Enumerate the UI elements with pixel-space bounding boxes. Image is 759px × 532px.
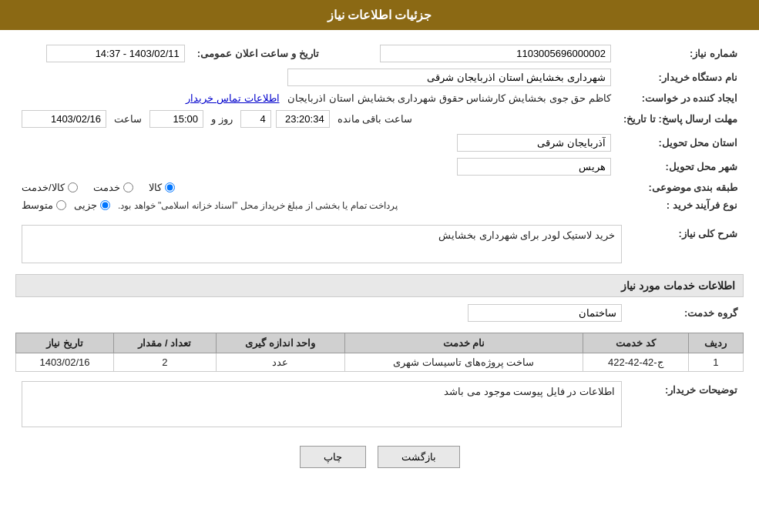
days-unit: روز و — [211, 113, 233, 125]
purchase-radio-partial[interactable] — [100, 200, 110, 210]
creator-label: ایجاد کننده در خواست: — [617, 89, 744, 107]
response-deadline-label: مهلت ارسال پاسخ: تا تاریخ: — [617, 107, 744, 131]
general-desc-label: شرح کلی نیاز: — [628, 222, 744, 266]
creator-value: کاظم حق جوی بخشایش کارشناس حقوق شهرداری … — [287, 92, 611, 104]
col-unit: واحد اندازه گیری — [216, 333, 344, 353]
time-label: ساعت — [114, 113, 142, 125]
cell-service-name: ساخت پروژه‌های تاسیسات شهری — [344, 353, 583, 372]
response-days-input — [240, 110, 271, 128]
category-radio-group: کالا/خدمت خدمت کالا — [22, 182, 611, 193]
col-row-num: ردیف — [688, 333, 743, 353]
remaining-label: ساعت باقی مانده — [338, 113, 412, 125]
response-time-input — [149, 110, 203, 128]
services-table-body: 1 ج-42-42-422 ساخت پروژه‌های تاسیسات شهر… — [16, 353, 744, 372]
service-group-table: گروه خدمت: — [15, 301, 744, 325]
page-wrapper: جزئیات اطلاعات نیاز شماره نیاز: تاریخ و … — [0, 0, 759, 532]
col-service-name: نام خدمت — [344, 333, 583, 353]
info-table: شماره نیاز: تاریخ و ساعت اعلان عمومی: نا… — [15, 42, 744, 214]
page-title: جزئیات اطلاعات نیاز — [327, 8, 432, 22]
general-desc-box: خرید لاستیک لودر برای شهرداری بخشایش — [22, 225, 622, 263]
cell-service-code: ج-42-42-422 — [583, 353, 688, 372]
col-date: تاریخ نیاز — [16, 333, 114, 353]
general-desc-container: خرید لاستیک لودر برای شهرداری بخشایش — [22, 225, 622, 263]
row-response-deadline: مهلت ارسال پاسخ: تا تاریخ: ساعت روز و سا… — [15, 107, 744, 131]
table-row: 1 ج-42-42-422 ساخت پروژه‌های تاسیسات شهر… — [16, 353, 744, 372]
row-purchase-type: نوع فرآیند خرید : متوسط جزیی پرداخت تمام… — [15, 196, 744, 214]
purchase-radio-medium[interactable] — [56, 200, 66, 210]
page-header: جزئیات اطلاعات نیاز — [0, 0, 759, 30]
services-header-row: ردیف کد خدمت نام خدمت واحد اندازه گیری ت… — [16, 333, 744, 353]
main-content: شماره نیاز: تاریخ و ساعت اعلان عمومی: نا… — [0, 30, 759, 495]
buyer-notes-value: اطلاعات در فایل پیوست موجود می باشد — [444, 386, 615, 397]
row-buyer-org: نام دستگاه خریدار: — [15, 65, 744, 89]
row-category: طبقه بندی موضوعی: کالا/خدمت خدمت — [15, 179, 744, 196]
category-radio-goods[interactable] — [165, 182, 175, 192]
city-input — [457, 158, 611, 176]
services-section-title: اطلاعات خدمات مورد نیاز — [621, 279, 735, 292]
col-quantity: تعداد / مقدار — [113, 333, 216, 353]
buyer-notes-box: اطلاعات در فایل پیوست موجود می باشد — [22, 381, 622, 427]
purchase-option-partial[interactable]: جزیی — [74, 199, 110, 211]
category-radio-service[interactable] — [123, 182, 133, 192]
general-desc-value: خرید لاستیک لودر برای شهرداری بخشایش — [438, 229, 615, 241]
purchase-option-medium[interactable]: متوسط — [22, 199, 66, 211]
cell-date: 1403/02/16 — [16, 353, 114, 372]
back-button[interactable]: بازگشت — [378, 446, 460, 468]
category-label: طبقه بندی موضوعی: — [617, 179, 744, 196]
row-province: استان محل تحویل: — [15, 131, 744, 155]
cell-quantity: 2 — [113, 353, 216, 372]
row-general-desc: شرح کلی نیاز: خرید لاستیک لودر برای شهرد… — [15, 222, 744, 266]
buyer-notes-label: توضیحات خریدار: — [628, 378, 744, 430]
province-label: استان محل تحویل: — [617, 131, 744, 155]
purchase-label-medium: متوسط — [22, 199, 53, 211]
row-service-group: گروه خدمت: — [15, 301, 744, 325]
buyer-org-label: نام دستگاه خریدار: — [617, 65, 744, 89]
footer-buttons: بازگشت چاپ — [15, 446, 744, 468]
category-option-goods[interactable]: کالا — [149, 182, 175, 193]
category-label-service: خدمت — [93, 182, 120, 193]
print-button[interactable]: چاپ — [300, 446, 366, 468]
category-label-service-goods: کالا/خدمت — [22, 182, 65, 193]
announce-datetime-label: تاریخ و ساعت اعلان عمومی: — [191, 42, 334, 65]
services-section-header: اطلاعات خدمات مورد نیاز — [15, 274, 744, 297]
purchase-type-label: نوع فرآیند خرید : — [617, 196, 744, 214]
services-table-header: ردیف کد خدمت نام خدمت واحد اندازه گیری ت… — [16, 333, 744, 353]
category-label-goods: کالا — [149, 182, 162, 193]
row-creator: ایجاد کننده در خواست: کاظم حق جوی بخشایش… — [15, 89, 744, 107]
need-number-label: شماره نیاز: — [617, 42, 744, 65]
category-option-service[interactable]: خدمت — [93, 182, 133, 193]
service-group-label: گروه خدمت: — [628, 301, 744, 325]
cell-row-num: 1 — [688, 353, 743, 372]
buyer-org-input — [287, 69, 611, 86]
buyer-notes-section: توضیحات خریدار: اطلاعات در فایل پیوست مو… — [15, 378, 744, 430]
need-number-input — [380, 45, 611, 62]
announce-datetime-input — [46, 45, 185, 62]
services-table: ردیف کد خدمت نام خدمت واحد اندازه گیری ت… — [15, 333, 744, 372]
row-city: شهر محل تحویل: — [15, 155, 744, 179]
service-group-input — [468, 304, 622, 322]
category-radio-service-goods[interactable] — [68, 182, 78, 192]
purchase-note: پرداخت تمام یا بخشی از مبلغ خریداز محل "… — [118, 200, 398, 211]
row-buyer-notes: توضیحات خریدار: اطلاعات در فایل پیوست مو… — [15, 378, 744, 430]
purchase-label-partial: جزیی — [74, 199, 97, 211]
creator-contact-link[interactable]: اطلاعات تماس خریدار — [186, 92, 279, 104]
response-date-input — [22, 110, 106, 128]
cell-unit: عدد — [216, 353, 344, 372]
category-option-service-goods[interactable]: کالا/خدمت — [22, 182, 78, 193]
row-need-number: شماره نیاز: تاریخ و ساعت اعلان عمومی: — [15, 42, 744, 65]
col-service-code: کد خدمت — [583, 333, 688, 353]
countdown-input — [276, 110, 330, 128]
province-input — [457, 134, 611, 152]
city-label: شهر محل تحویل: — [617, 155, 744, 179]
general-desc-section: شرح کلی نیاز: خرید لاستیک لودر برای شهرد… — [15, 222, 744, 266]
